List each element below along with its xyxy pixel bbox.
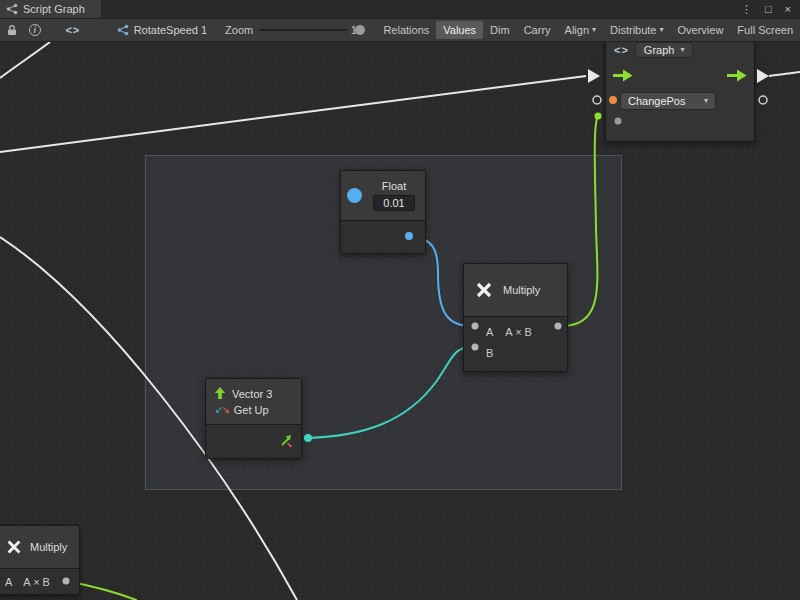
chevron-down-icon: ▾	[660, 26, 664, 34]
multiply-node-body: A A × B B	[464, 316, 567, 371]
multiply2-node-title: Multiply	[30, 541, 67, 553]
vector-node-body	[206, 424, 301, 458]
values-label: Values	[443, 24, 476, 36]
vector-node-header: Vector 3	[206, 379, 301, 401]
carry-label: Carry	[524, 24, 551, 36]
pane-menu-icon[interactable]: ⋮	[741, 4, 752, 15]
close-icon[interactable]: ×	[785, 4, 791, 15]
distribute-button[interactable]: Distribute ▾	[603, 21, 670, 39]
flow-out-arrow-icon[interactable]	[727, 69, 747, 82]
overview-button[interactable]: Overview	[671, 21, 731, 39]
variable-flow-row	[606, 61, 754, 89]
variable-name-dropdown[interactable]: ChangePos ▾	[620, 92, 716, 110]
get-up-output-icon	[279, 434, 293, 448]
dim-label: Dim	[490, 24, 510, 36]
variable-scope-dropdown[interactable]: Graph ▾	[635, 42, 694, 58]
multiply2-output-label: A × B	[23, 576, 50, 588]
info-button[interactable]: i	[29, 24, 42, 36]
variable-scope-label: Graph	[644, 44, 675, 56]
float-node-title: Float	[382, 180, 406, 192]
vector-node-subheader: ↙↘ Get Up	[206, 401, 301, 424]
multiply2-input-a-label: A	[5, 576, 12, 588]
graph-canvas[interactable]: Float 0.01 Multiply A A × B B	[0, 42, 800, 600]
node-set-variable[interactable]: <> Graph ▾ ChangePos ▾	[605, 42, 755, 142]
script-graph-icon	[6, 3, 18, 15]
lock-button[interactable]	[6, 24, 19, 36]
node-multiply[interactable]: Multiply A A × B B	[463, 263, 568, 372]
align-label: Align	[565, 24, 589, 36]
zoom-slider-track[interactable]	[259, 29, 347, 31]
float-node-header: Float 0.01	[341, 171, 425, 220]
title-bar: Script Graph ⋮ □ ×	[0, 0, 800, 19]
values-button[interactable]: Values	[436, 21, 483, 39]
maximize-icon[interactable]: □	[765, 4, 772, 15]
variable-value-row	[606, 113, 754, 137]
variable-name-label: ChangePos	[628, 95, 686, 107]
node-multiply-partial[interactable]: Multiply A A × B	[0, 525, 80, 595]
fullscreen-label: Full Screen	[737, 24, 793, 36]
overview-label: Overview	[678, 24, 724, 36]
distribute-label: Distribute	[610, 24, 656, 36]
info-icon: i	[29, 24, 41, 36]
axes-arrows-icon: ↙↘	[215, 405, 228, 415]
carry-button[interactable]: Carry	[517, 21, 558, 39]
chevron-down-icon: ▾	[680, 46, 684, 54]
variable-name-row: ChangePos ▾	[606, 89, 754, 113]
variable-node-header: <> Graph ▾	[606, 42, 754, 61]
graph-asset-icon	[117, 24, 129, 36]
dim-button[interactable]: Dim	[483, 21, 517, 39]
fullscreen-button[interactable]: Full Screen	[730, 21, 800, 39]
script-graph-window: Script Graph ⋮ □ × i <>	[0, 0, 800, 600]
multiply-icon	[5, 538, 23, 556]
graph-toolbar: i <> RotateSpeed 1 Zoom 1x Relations Val…	[0, 19, 800, 42]
chevron-down-icon: ▾	[592, 26, 596, 34]
multiply-input-a-label: A	[486, 326, 493, 338]
multiply2-node-header: Multiply	[0, 526, 79, 568]
flow-in-arrow-icon[interactable]	[613, 69, 633, 82]
visual-scripting-icon: <>	[614, 44, 629, 56]
relations-button[interactable]: Relations	[376, 21, 436, 39]
flow-wire-top-left[interactable]	[0, 42, 50, 78]
flow-wire-into-changepos[interactable]	[0, 76, 586, 152]
align-button[interactable]: Align ▾	[558, 21, 603, 39]
breadcrumb-label: RotateSpeed 1	[134, 24, 207, 36]
vector-node-subtitle: Get Up	[234, 404, 269, 416]
tab-script-graph[interactable]: Script Graph	[0, 0, 102, 18]
relations-label: Relations	[383, 24, 429, 36]
flow-wire-out-of-changepos[interactable]	[769, 72, 800, 76]
window-controls: ⋮ □ ×	[741, 0, 800, 18]
vector3-up-arrow-icon	[214, 387, 226, 400]
tab-title: Script Graph	[23, 3, 85, 15]
multiply-node-header: Multiply	[464, 264, 567, 316]
lock-icon	[6, 24, 18, 36]
zoom-slider[interactable]	[259, 23, 347, 37]
vector-node-title: Vector 3	[232, 388, 272, 400]
chevron-down-icon: ▾	[704, 97, 708, 105]
float-node-body	[341, 220, 425, 253]
node-float[interactable]: Float 0.01	[340, 170, 426, 254]
multiply-output-label: A × B	[505, 326, 532, 338]
multiply-icon	[474, 280, 494, 300]
zoom-slider-handle[interactable]	[355, 25, 365, 35]
node-vector3-get-up[interactable]: Vector 3 ↙↘ Get Up	[205, 378, 302, 459]
float-value-field[interactable]: 0.01	[373, 195, 415, 211]
code-icon: <>	[65, 24, 80, 36]
wire-getup-to-multiply-b[interactable]	[308, 347, 471, 438]
multiply2-node-body: A A × B	[0, 568, 79, 594]
multiply-input-b-label: B	[486, 347, 493, 359]
breadcrumb-graph[interactable]: RotateSpeed 1	[117, 24, 207, 36]
zoom-label: Zoom	[225, 24, 253, 36]
float-type-icon	[347, 188, 362, 203]
edit-graph-button[interactable]: <>	[65, 24, 81, 36]
multiply-node-title: Multiply	[503, 284, 540, 296]
